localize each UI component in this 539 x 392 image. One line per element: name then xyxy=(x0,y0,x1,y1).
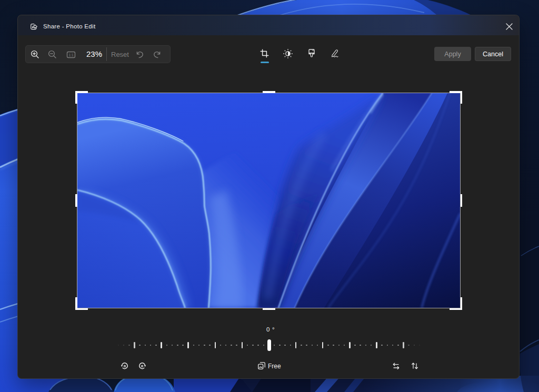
svg-text:1:1: 1:1 xyxy=(68,53,73,57)
